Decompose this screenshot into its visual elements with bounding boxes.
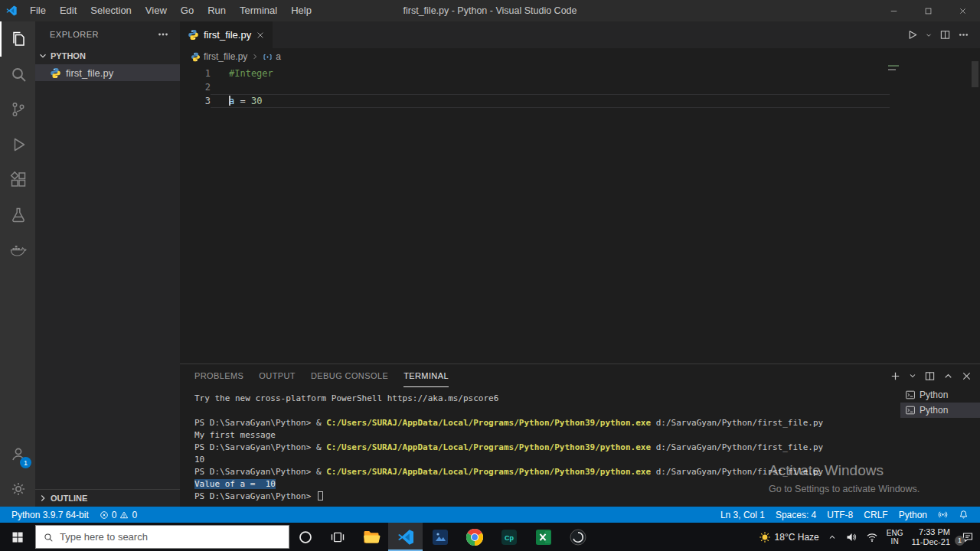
activity-extensions[interactable] [0, 162, 35, 197]
editor-scrollbar[interactable] [972, 61, 978, 87]
editor-tab[interactable]: first_file.py [180, 21, 273, 48]
panel-actions [890, 370, 972, 382]
panel-tab-terminal[interactable]: TERMINAL [403, 365, 449, 387]
cursor-position[interactable]: Ln 3, Col 1 [715, 507, 770, 523]
broadcast-button[interactable] [933, 507, 953, 523]
activity-bar-bottom: 1 [0, 436, 35, 507]
folder-section-python[interactable]: PYTHON [35, 47, 180, 64]
bell-icon [959, 510, 969, 520]
volume-icon[interactable] [845, 531, 858, 543]
indentation[interactable]: Spaces: 4 [770, 507, 822, 523]
terminal-instance[interactable]: Python [900, 387, 980, 403]
explorer-more-actions-icon[interactable] [157, 28, 169, 41]
menu-terminal[interactable]: Terminal [233, 0, 284, 21]
menu-run[interactable]: Run [201, 0, 233, 21]
explorer-sidebar: EXPLORER PYTHON first_file.py OUTLINE [35, 21, 180, 507]
search-input[interactable] [60, 531, 282, 543]
menu-help[interactable]: Help [284, 0, 318, 21]
code-line[interactable]: 3a = 30 [180, 94, 890, 108]
editor-more-actions-icon[interactable] [958, 29, 969, 41]
close-panel-button[interactable] [961, 370, 972, 382]
menu-selection[interactable]: Selection [83, 0, 138, 21]
terminal-cursor [318, 491, 323, 500]
files-icon [9, 30, 28, 48]
activity-testing[interactable] [0, 197, 35, 233]
activity-settings[interactable] [0, 471, 35, 507]
problems-indicator[interactable]: 0 0 [94, 507, 142, 523]
run-python-file-button[interactable] [906, 29, 918, 41]
minimize-icon [890, 7, 898, 15]
taskbar-app-chrome[interactable] [457, 523, 492, 551]
activity-run-and-debug[interactable] [0, 127, 35, 162]
python-interpreter[interactable]: Python 3.9.7 64-bit [6, 507, 94, 523]
vscode-window: FileEditSelectionViewGoRunTerminalHelp f… [0, 0, 980, 551]
start-button[interactable] [0, 523, 35, 551]
terminal-text: Try the new cross-platform PowerShell ht… [194, 393, 498, 403]
clock-date: 11-Dec-21 [911, 537, 950, 547]
minimap[interactable] [888, 65, 899, 70]
activity-docker[interactable] [0, 233, 35, 268]
terminal-line [194, 405, 900, 417]
hidden-icons-button[interactable] [828, 533, 837, 542]
taskbar-app-vscode[interactable] [388, 523, 423, 551]
terminal-output[interactable]: Try the new cross-platform PowerShell ht… [180, 387, 900, 506]
taskbar-app-excel[interactable] [526, 523, 560, 551]
language-indicator[interactable]: ENG IN [887, 529, 903, 546]
activity-explorer[interactable] [0, 21, 35, 57]
close-tab-icon[interactable] [256, 31, 265, 40]
language-top: ENG [887, 529, 903, 537]
menu-view[interactable]: View [139, 0, 174, 21]
clock[interactable]: 7:33 PM 11-Dec-21 [911, 527, 950, 547]
terminal-text: My first message [194, 430, 276, 440]
taskbar-app-file-explorer[interactable] [354, 523, 388, 551]
weather-widget[interactable]: 18°C Haze [759, 531, 819, 543]
notifications-button[interactable] [953, 507, 974, 523]
action-center-button[interactable]: 1 [962, 531, 974, 543]
taskbar-app-obs[interactable] [560, 523, 595, 551]
menu-file[interactable]: File [23, 0, 53, 21]
terminal-instance[interactable]: Python [900, 403, 980, 418]
breadcrumb-file[interactable]: first_file.py [204, 51, 247, 62]
file-item[interactable]: first_file.py [35, 64, 180, 81]
terminal-line: Try the new cross-platform PowerShell ht… [194, 393, 900, 405]
maximize-panel-button[interactable] [942, 370, 954, 382]
close-window-button[interactable] [946, 0, 980, 21]
panel-tab-output[interactable]: OUTPUT [259, 365, 296, 387]
activity-accounts[interactable]: 1 [0, 436, 35, 471]
run-dropdown-icon[interactable] [925, 31, 933, 39]
taskbar-app-camtasia[interactable]: Cp [492, 523, 526, 551]
panel-tab-problems[interactable]: PROBLEMS [194, 365, 243, 387]
editor-actions [906, 21, 980, 48]
outline-section[interactable]: OUTLINE [35, 489, 180, 507]
minimize-button[interactable] [877, 0, 911, 21]
breadcrumb-symbol[interactable]: a [276, 51, 281, 62]
eol[interactable]: CRLF [858, 507, 893, 523]
activity-search[interactable] [0, 57, 35, 92]
activity-source-control[interactable] [0, 92, 35, 127]
new-terminal-button[interactable] [890, 370, 901, 382]
weather-icon [759, 531, 771, 543]
code-line[interactable]: 2 [180, 80, 890, 94]
encoding[interactable]: UTF-8 [822, 507, 858, 523]
minimap-mark [888, 65, 899, 67]
menu-go[interactable]: Go [174, 0, 201, 21]
network-icon[interactable] [866, 531, 878, 543]
task-view-button[interactable] [322, 523, 354, 551]
status-bar-right-items: Ln 3, Col 1Spaces: 4UTF-8CRLFPython [715, 507, 933, 523]
code-line[interactable]: 1#Integer [180, 67, 890, 80]
maximize-button[interactable] [911, 0, 946, 21]
cortana-button[interactable] [289, 523, 322, 551]
panel-tab-debug-console[interactable]: DEBUG CONSOLE [311, 365, 388, 387]
panel-header: PROBLEMSOUTPUTDEBUG CONSOLETERMINAL [180, 364, 980, 387]
beaker-icon [9, 206, 28, 224]
terminal-line: PS D:\SarvaGyan\Python> & C:/Users/SURAJ… [194, 442, 900, 454]
terminal-dropdown-icon[interactable] [908, 371, 917, 380]
taskbar-app-photos[interactable] [423, 523, 457, 551]
split-editor-button[interactable] [939, 29, 951, 41]
terminal-text: d:/SarvaGyan/Python/first_file.py [651, 442, 823, 452]
code-editor[interactable]: 1#Integer23a = 30 [180, 65, 980, 108]
menu-edit[interactable]: Edit [53, 0, 83, 21]
taskbar-search[interactable] [35, 525, 289, 549]
language-mode[interactable]: Python [893, 507, 933, 523]
split-terminal-button[interactable] [924, 370, 936, 382]
